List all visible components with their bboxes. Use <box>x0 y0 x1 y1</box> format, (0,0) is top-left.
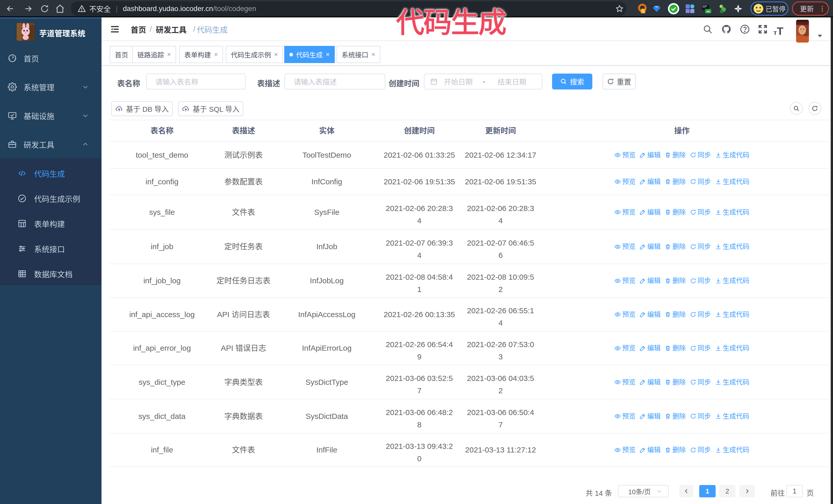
svg-text:1: 1 <box>642 9 644 13</box>
svg-text:on: on <box>706 10 710 13</box>
